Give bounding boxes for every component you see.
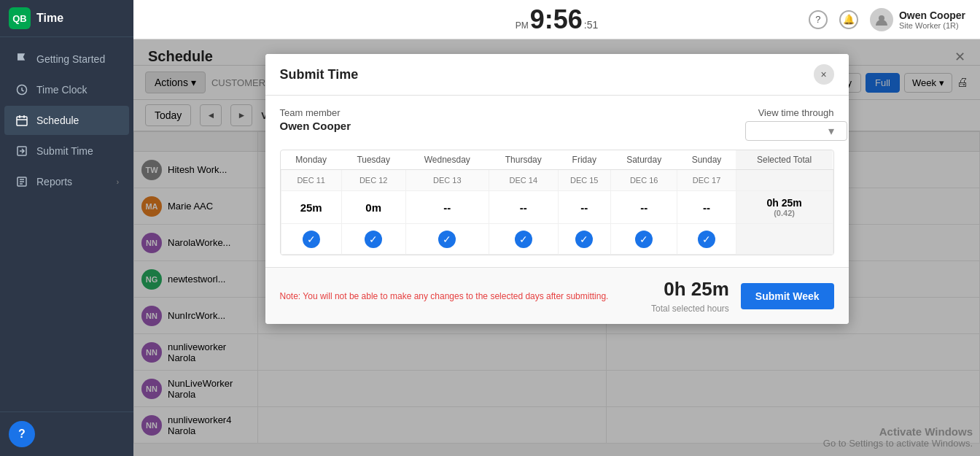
dates-row: DEC 11DEC 12DEC 13DEC 14DEC 15DEC 16DEC … [281,170,833,191]
sidebar-item-label: Reports [36,176,117,188]
check-cell[interactable]: ✓ [677,224,736,255]
hours-cell: -- [610,191,677,224]
modal-container: Submit Time × Team member Owen Cooper Vi… [133,39,980,456]
modal-member-row: Team member Owen Cooper View time throug… [280,107,834,141]
checkmark-icon: ✓ [515,231,532,248]
topbar: PM 9:56 :51 ? 🔔 Owen Cooper Site Worker … [133,0,980,39]
flag-icon [15,52,29,66]
member-label: Team member [280,107,351,118]
reports-icon [15,174,29,189]
user-name: Owen Cooper [899,9,965,21]
total-hours-cell: 0h 25m(0.42) [736,191,833,224]
help-button[interactable]: ? [9,421,35,447]
clock-ampm: PM [516,20,529,31]
check-cell[interactable]: ✓ [405,224,489,255]
modal-time-table: Monday Tuesday Wednesday Thursday Friday… [281,150,833,255]
check-cell[interactable]: ✓ [610,224,677,255]
total-hours: 0h 25m [664,278,729,301]
hours-cell: -- [677,191,736,224]
sidebar-item-time-clock[interactable]: Time Clock [4,75,129,104]
sidebar-item-reports[interactable]: Reports › [4,167,129,196]
date-cell: DEC 11 [281,170,341,191]
modal-body: Team member Owen Cooper View time throug… [265,96,849,267]
date-cell: DEC 16 [610,170,677,191]
sidebar-item-schedule[interactable]: Schedule [4,106,129,135]
sidebar-item-label: Schedule [36,115,119,126]
user-info: Owen Cooper Site Worker (1R) [899,9,965,30]
friday-header: Friday [558,150,610,170]
user-menu[interactable]: Owen Cooper Site Worker (1R) [870,8,965,31]
checkmark-icon: ✓ [365,231,382,248]
sidebar-item-getting-started[interactable]: Getting Started [4,45,129,74]
app-logo: QB [9,7,31,29]
saturday-header: Saturday [610,150,677,170]
view-through-label: View time through [758,107,834,118]
thursday-header: Thursday [489,150,558,170]
hours-row: 25m0m----------0h 25m(0.42) [281,191,833,224]
sidebar: QB Time Getting Started Time Clock [0,0,133,456]
checks-row: ✓✓✓✓✓✓✓ [281,224,833,255]
total-area: 0h 25m Total selected hours [651,278,729,314]
check-cell[interactable]: ✓ [281,224,341,255]
clock-time: 9:56 [530,7,583,33]
svg-rect-1 [17,117,27,125]
sidebar-item-label: Time Clock [36,84,119,96]
modal-overlay: Submit Time × Team member Owen Cooper Vi… [133,39,980,456]
monday-header: Monday [281,150,341,170]
date-cell: DEC 12 [341,170,405,191]
app-name: Time [36,12,63,25]
check-cell[interactable]: ✓ [341,224,405,255]
checkmark-icon: ✓ [635,231,653,248]
date-cell: DEC 17 [677,170,736,191]
modal-title: Submit Time [280,67,359,82]
sidebar-header: QB Time [0,0,133,37]
topbar-right: ? 🔔 Owen Cooper Site Worker (1R) [809,8,965,31]
user-role: Site Worker (1R) [899,21,965,30]
sidebar-item-label: Getting Started [36,53,119,65]
total-check-cell [736,224,833,255]
modal-table-wrap: Monday Tuesday Wednesday Thursday Friday… [280,150,834,255]
sidebar-item-label: Submit Time [36,145,119,157]
view-through-input[interactable] [745,121,847,141]
checkmark-icon: ✓ [303,231,320,248]
submit-icon [15,144,29,158]
clock-display: PM 9:56 :51 [516,7,599,33]
submit-time-modal: Submit Time × Team member Owen Cooper Vi… [265,54,849,324]
date-cell: DEC 15 [558,170,610,191]
avatar [870,8,893,31]
modal-note: Note: You will not be able to make any c… [280,291,609,301]
hours-cell: -- [489,191,558,224]
sidebar-nav: Getting Started Time Clock Schedule [0,37,133,411]
view-through-container: View time through ▾ [745,107,834,141]
modal-note-highlight: You will not be able to make any changes… [303,291,608,301]
checkmark-icon: ✓ [438,231,456,248]
sunday-header: Sunday [677,150,736,170]
chevron-right-icon: › [117,178,119,186]
notification-icon[interactable]: 🔔 [839,10,858,29]
modal-header: Submit Time × [265,54,849,96]
date-cell: DEC 14 [489,170,558,191]
total-date-cell [736,170,833,191]
hours-cell: 0m [341,191,405,224]
sidebar-item-submit-time[interactable]: Submit Time [4,136,129,166]
hours-cell: 25m [281,191,341,224]
clock-seconds: :51 [584,19,598,31]
calendar-icon [15,113,29,128]
total-label: Total selected hours [651,304,729,314]
sidebar-bottom: ? [0,411,133,456]
member-name: Owen Cooper [280,120,351,132]
date-cell: DEC 13 [405,170,489,191]
checkmark-icon: ✓ [698,231,715,248]
selected-total-header: Selected Total [736,150,833,170]
modal-footer-right: 0h 25m Total selected hours Submit Week [651,278,833,314]
check-cell[interactable]: ✓ [489,224,558,255]
submit-week-button[interactable]: Submit Week [741,283,834,309]
hours-cell: -- [558,191,610,224]
clock-icon [15,82,29,97]
modal-close-button[interactable]: × [814,64,834,85]
modal-footer: Note: You will not be able to make any c… [265,267,849,324]
hours-cell: -- [405,191,489,224]
check-cell[interactable]: ✓ [558,224,610,255]
tuesday-header: Tuesday [341,150,405,170]
help-icon[interactable]: ? [809,10,828,29]
